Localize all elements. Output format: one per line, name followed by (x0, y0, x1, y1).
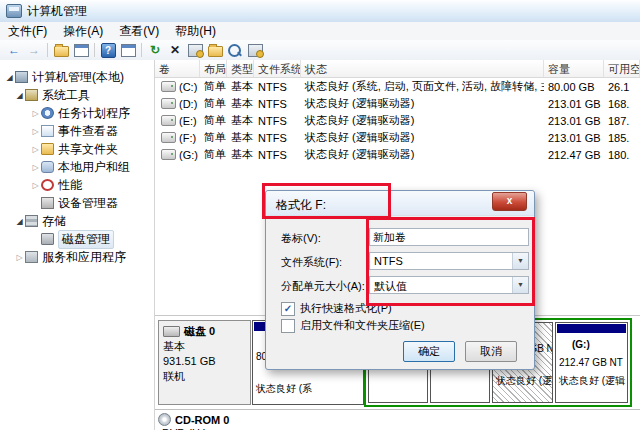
toolbar-separator (47, 43, 48, 57)
window-titlebar: 计算机管理 (0, 0, 640, 23)
menu-file[interactable]: 文件(F) (0, 22, 55, 40)
column-header-type[interactable]: 类型 (227, 60, 254, 77)
disk0-type: 基本 (163, 339, 246, 354)
computer-management-icon (6, 4, 22, 18)
expander-icon[interactable] (14, 253, 25, 262)
column-header-filesystem[interactable]: 文件系统 (254, 60, 301, 77)
console-window-icon[interactable] (72, 42, 90, 59)
expander-icon[interactable] (30, 109, 41, 118)
logical-drive-bar (557, 324, 626, 333)
quick-format-checkbox[interactable]: ✓ 执行快速格式化(P) (281, 301, 392, 316)
tree-item-computer-management[interactable]: 计算机管理(本地) (0, 68, 154, 86)
ok-button[interactable]: 确定 (403, 341, 455, 362)
expander-icon[interactable] (30, 127, 41, 136)
back-icon[interactable]: ← (5, 42, 23, 59)
window-title: 计算机管理 (27, 3, 87, 20)
services-icon (25, 251, 38, 263)
tree-item-performance[interactable]: 性能 (0, 176, 154, 194)
tree-item-disk-management[interactable]: 磁盘管理 (0, 230, 154, 248)
divider (155, 409, 640, 410)
expander-icon[interactable] (4, 73, 15, 82)
drive-icon (161, 98, 176, 109)
drive-icon (161, 132, 176, 143)
disk0-status: 联机 (163, 369, 246, 384)
volume-list-header: 卷 布局 类型 文件系统 状态 容量 可用空间 (155, 60, 640, 78)
computer-icon (15, 71, 28, 83)
toolbar: ← → ? ↻ ✕ (0, 40, 640, 61)
partition-g[interactable]: (G:) 212.47 GB NT 状态良好 (逻辑 (555, 322, 628, 403)
expander-icon[interactable] (14, 217, 25, 226)
expander-icon[interactable] (30, 145, 41, 154)
show-console-tree-icon[interactable] (52, 42, 70, 59)
drive-icon (161, 115, 176, 126)
menu-bar: 文件(F) 操作(A) 查看(V) 帮助(H) (0, 22, 640, 41)
disk-icon (163, 326, 180, 337)
table-row[interactable]: (E:) 简单 基本 NTFS 状态良好 (逻辑驱动器) 213.01 GB 1… (155, 112, 640, 129)
chevron-down-icon[interactable]: ▼ (512, 253, 528, 269)
expander-icon[interactable] (14, 91, 25, 100)
properties-icon[interactable] (186, 42, 204, 59)
toolbar-separator (94, 43, 95, 57)
tree-item-local-users-groups[interactable]: 本地用户和组 (0, 158, 154, 176)
column-header-volume[interactable]: 卷 (155, 60, 200, 77)
checkbox-checked-icon[interactable]: ✓ (281, 302, 295, 316)
drive-icon (161, 81, 176, 92)
allocation-unit-label: 分配单元大小(A): (281, 279, 365, 294)
column-header-status[interactable]: 状态 (301, 60, 544, 77)
close-icon[interactable]: x (492, 192, 527, 211)
disk0-label-block[interactable]: 磁盘 0 基本 931.51 GB 联机 (158, 320, 251, 405)
disk-icon (41, 233, 54, 245)
tree-item-services-applications[interactable]: 服务和应用程序 (0, 248, 154, 266)
volume-label-field[interactable] (369, 228, 529, 246)
cd-disc-icon (158, 413, 171, 426)
toolbar-separator (141, 43, 142, 57)
column-header-layout[interactable]: 布局 (200, 60, 227, 77)
clock-icon (41, 107, 54, 119)
manage-computer-icon[interactable] (246, 42, 264, 59)
file-system-label: 文件系统(F): (281, 255, 342, 270)
file-system-select[interactable]: NTFS ▼ (369, 252, 529, 270)
help-icon[interactable]: ? (99, 42, 117, 59)
disk0-size: 931.51 GB (163, 354, 246, 369)
users-icon (41, 161, 54, 173)
column-header-free-space[interactable]: 可用空间 (604, 60, 640, 77)
tree-item-shared-folders[interactable]: 共享文件夹 (0, 140, 154, 158)
delete-icon[interactable]: ✕ (166, 42, 184, 59)
forward-icon[interactable]: → (25, 42, 43, 59)
device-manager-icon (41, 197, 54, 209)
expander-icon[interactable] (30, 181, 41, 190)
expander-icon[interactable] (30, 163, 41, 172)
drive-icon (161, 149, 176, 160)
tree-item-event-viewer[interactable]: 事件查看器 (0, 122, 154, 140)
menu-action[interactable]: 操作(A) (55, 22, 111, 40)
show-action-pane-icon[interactable] (119, 42, 137, 59)
tree-item-task-scheduler[interactable]: 任务计划程序 (0, 104, 154, 122)
table-row[interactable]: (D:) 简单 基本 NTFS 状态良好 (逻辑驱动器) 213.01 GB 1… (155, 95, 640, 112)
menu-view[interactable]: 查看(V) (111, 22, 167, 40)
table-row[interactable]: (F:) 简单 基本 NTFS 状态良好 (逻辑驱动器) 213.01 GB 1… (155, 129, 640, 146)
cancel-button[interactable]: 取消 (465, 341, 517, 362)
chevron-down-icon[interactable]: ▼ (512, 277, 528, 293)
tree-item-system-tools[interactable]: 系统工具 (0, 86, 154, 104)
menu-help[interactable]: 帮助(H) (167, 22, 224, 40)
format-dialog: 格式化 F: x 卷标(V): 文件系统(F): NTFS ▼ 分配单元大小(A… (265, 190, 535, 370)
compression-checkbox[interactable]: 启用文件和文件夹压缩(E) (281, 318, 425, 333)
console-tree: 计算机管理(本地) 系统工具 任务计划程序 事件查看器 共享文件夹 本地用户和组… (0, 60, 155, 430)
table-row[interactable]: (G:) 简单 基本 NTFS 状态良好 (逻辑驱动器) 212.47 GB 1… (155, 146, 640, 163)
tree-item-storage[interactable]: 存储 (0, 212, 154, 230)
open-folder-icon[interactable] (206, 42, 224, 59)
performance-icon (41, 179, 54, 191)
tree-item-device-manager[interactable]: 设备管理器 (0, 194, 154, 212)
column-header-capacity[interactable]: 容量 (544, 60, 604, 77)
allocation-unit-select[interactable]: 默认值 ▼ (369, 276, 529, 294)
checkbox-unchecked-icon[interactable] (281, 319, 295, 333)
event-log-icon (41, 125, 54, 137)
volume-label-label: 卷标(V): (281, 231, 321, 246)
shared-folder-icon (41, 143, 54, 155)
find-icon[interactable] (226, 42, 244, 59)
storage-icon (25, 215, 38, 227)
refresh-icon[interactable]: ↻ (146, 42, 164, 59)
table-row[interactable]: (C:) 简单 基本 NTFS 状态良好 (系统, 启动, 页面文件, 活动, … (155, 78, 640, 95)
tools-icon (25, 89, 38, 101)
